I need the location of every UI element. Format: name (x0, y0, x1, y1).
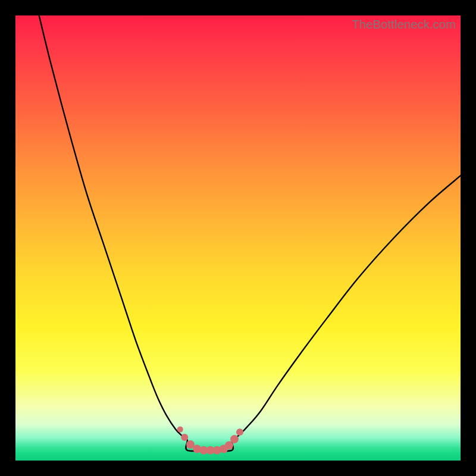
valley-marker (181, 434, 188, 441)
chart-frame: TheBottleneck.com (15, 15, 461, 461)
valley-marker (230, 435, 239, 443)
valley-marker (236, 428, 243, 436)
bottleneck-curve-plot (15, 15, 461, 461)
valley-marker (177, 427, 183, 433)
curve-path (39, 15, 461, 451)
